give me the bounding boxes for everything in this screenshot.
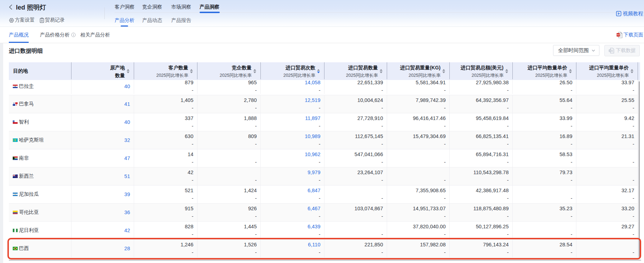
svg-text:PDF: PDF (617, 34, 620, 36)
